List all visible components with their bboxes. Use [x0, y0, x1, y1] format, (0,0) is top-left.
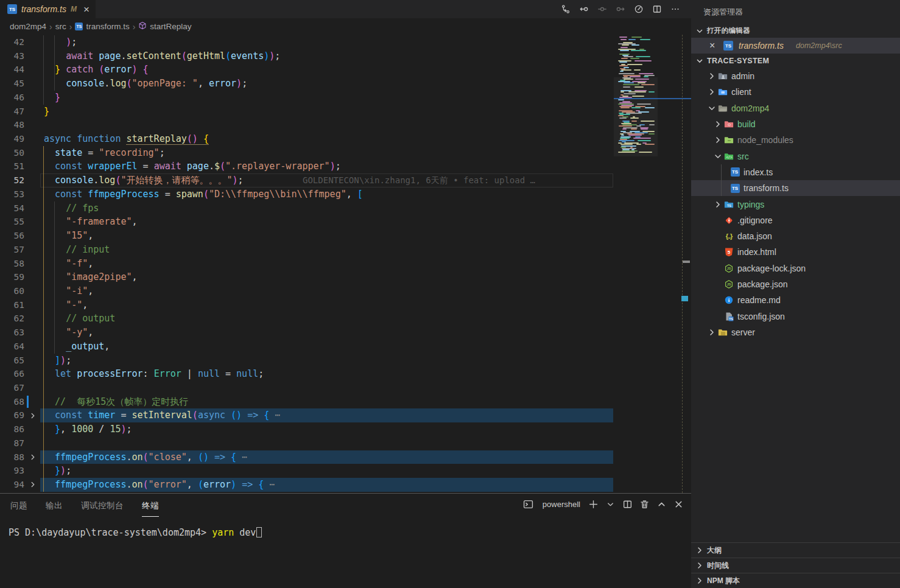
tree-item-build[interactable]: build [691, 116, 900, 132]
code-line-58[interactable]: 58 "-f", [0, 257, 691, 271]
previous-change-icon[interactable] [579, 4, 589, 14]
breadcrumb-item-transform-ts[interactable]: TStransform.ts [75, 22, 129, 31]
terminal[interactable]: PS D:\daydayup\trace-system\dom2mp4> yar… [0, 511, 691, 538]
code-line-67[interactable]: 67 [0, 381, 691, 395]
indent-guide [43, 436, 44, 450]
code-line-50[interactable]: 50 state = "recording"; [0, 146, 691, 160]
sidebar-section-NPM-脚本[interactable]: NPM 脚本 [691, 573, 900, 588]
code-editor[interactable]: 42 );43 await page.setContent(getHtml(ev… [0, 35, 691, 493]
tab-close-icon[interactable]: × [83, 4, 90, 15]
code-line-51[interactable]: 51 const wrapperEl = await page.$(".repl… [0, 159, 691, 173]
terminal-picker-icon[interactable] [605, 499, 616, 509]
tree-item-src[interactable]: </>src [691, 148, 900, 164]
line-number: 88 [0, 450, 24, 464]
tree-item-label: package.json [737, 279, 788, 289]
breadcrumb-item-src[interactable]: src [55, 22, 66, 31]
tree-item-index-html[interactable]: 5index.html [691, 244, 900, 260]
tree-item-package-json[interactable]: JSpackage.json [691, 276, 900, 292]
more-actions-icon[interactable] [670, 4, 680, 14]
panel-tab-调试控制台[interactable]: 调试控制台 [81, 500, 124, 511]
code-line-53[interactable]: 53 const ffmpegProcess = spawn("D:\\ffmp… [0, 187, 691, 201]
code-line-56[interactable]: 56 "15", [0, 229, 691, 243]
terminal-prompt: PS D:\daydayup\trace-system\dom2mp4> [9, 527, 212, 538]
file-tree: adminclientdom2mp4buildnode_modules</>sr… [691, 68, 900, 340]
sidebar-section-大纲[interactable]: 大纲 [691, 542, 900, 558]
code-line-60[interactable]: 60 "-i", [0, 284, 691, 298]
code-line-68[interactable]: 68 // 每秒15次（帧率）定时执行 [0, 395, 691, 409]
terminal-shell-icon[interactable] [523, 499, 533, 509]
code-line-88[interactable]: 88 ffmpegProcess.on("close", () => { ⋯ [0, 450, 691, 464]
code-line-64[interactable]: 64 _output, [0, 340, 691, 354]
code-line-59[interactable]: 59 "image2pipe", [0, 270, 691, 284]
tree-item-admin[interactable]: admin [691, 68, 900, 84]
code-line-48[interactable]: 48 [0, 118, 691, 132]
tree-item-dom2mp4[interactable]: dom2mp4 [691, 100, 900, 116]
tree-item-index-ts[interactable]: TSindex.ts [691, 164, 900, 180]
sidebar-section-时间线[interactable]: 时间线 [691, 558, 900, 573]
minimap[interactable] [617, 35, 656, 155]
code-line-49[interactable]: 49async function startReplay() { [0, 132, 691, 146]
project-section-header[interactable]: TRACE-SYSTEM [691, 54, 900, 68]
code-line-87[interactable]: 87 [0, 436, 691, 450]
panel-tab-问题[interactable]: 问题 [10, 500, 27, 511]
code-line-46[interactable]: 46 } [0, 91, 691, 105]
close-panel-icon[interactable] [673, 499, 684, 509]
tree-item-server[interactable]: server [691, 324, 900, 340]
line-number: 56 [0, 229, 24, 243]
code-line-45[interactable]: 45 console.log("openPage: ", error); [0, 77, 691, 91]
file-info-icon: i [724, 295, 734, 305]
editor-tab-transform-ts[interactable]: TS transform.ts M × [0, 0, 96, 18]
new-terminal-icon[interactable] [588, 499, 599, 509]
chevron-down-icon [707, 103, 717, 113]
code-line-43[interactable]: 43 await page.setContent(getHtml(events)… [0, 49, 691, 63]
code-line-93[interactable]: 93 }); [0, 464, 691, 478]
chevron-right-icon [695, 545, 705, 555]
tree-item-typings[interactable]: TStypings [691, 196, 900, 212]
fold-chevron-icon[interactable] [29, 408, 40, 422]
code-line-47[interactable]: 47} [0, 105, 691, 119]
code-text: } catch (error) { [44, 63, 149, 77]
split-terminal-icon[interactable] [622, 499, 633, 509]
history-icon[interactable] [634, 4, 644, 14]
panel-tab-终端[interactable]: 终端 [142, 500, 159, 511]
split-editor-icon[interactable] [652, 4, 662, 14]
fold-chevron-icon[interactable] [29, 450, 40, 464]
code-line-61[interactable]: 61 "-", [0, 298, 691, 312]
code-line-69[interactable]: 69 const timer = setInterval(async () =>… [0, 408, 691, 422]
tree-item--gitignore[interactable]: .gitignore [691, 212, 900, 228]
code-line-66[interactable]: 66 let processError: Error | null = null… [0, 367, 691, 381]
fold-chevron-icon[interactable] [29, 478, 40, 492]
maximize-panel-icon[interactable] [656, 499, 667, 509]
breadcrumb-item-dom2mp4[interactable]: dom2mp4 [10, 22, 46, 31]
tree-item-client[interactable]: client [691, 84, 900, 100]
code-line-94[interactable]: 94 ffmpegProcess.on("error", (error) => … [0, 478, 691, 492]
tree-item-node-modules[interactable]: node_modules [691, 132, 900, 148]
overview-ruler-mark [681, 296, 688, 301]
close-icon[interactable]: × [709, 40, 715, 51]
code-text: ffmpegProcess.on("error", (error) => { ⋯ [44, 478, 275, 492]
breadcrumb-item-startreplay[interactable]: startReplay [138, 21, 191, 32]
code-line-57[interactable]: 57 // input [0, 243, 691, 257]
code-line-42[interactable]: 42 ); [0, 35, 691, 49]
code-line-55[interactable]: 55 "-framerate", [0, 215, 691, 229]
chevron-right-icon [707, 327, 717, 337]
code-line-63[interactable]: 63 "-y", [0, 326, 691, 340]
code-line-62[interactable]: 62 // output [0, 312, 691, 326]
tree-item-package-lock-json[interactable]: JSpackage-lock.json [691, 261, 900, 276]
tree-item-transform-ts[interactable]: TStransform.ts [691, 180, 900, 196]
code-line-86[interactable]: 86 }, 1000 / 15); [0, 422, 691, 436]
tree-item-readme-md[interactable]: ireadme.md [691, 292, 900, 308]
open-editor-item-transform-ts[interactable]: × TS transform.ts dom2mp4\src [691, 38, 900, 54]
code-line-52[interactable]: 52 console.log("开始转换，请稍等。。。");GOLDENTECO… [0, 173, 691, 187]
kill-terminal-icon[interactable] [639, 499, 650, 509]
code-line-44[interactable]: 44 } catch (error) { [0, 63, 691, 77]
open-editors-section-header[interactable]: 打开的编辑器 [691, 24, 900, 38]
code-line-54[interactable]: 54 // fps [0, 201, 691, 215]
shell-label[interactable]: powershell [543, 500, 580, 509]
panel-tab-输出[interactable]: 输出 [46, 500, 63, 511]
git-compare-icon[interactable] [561, 4, 571, 14]
code-line-65[interactable]: 65 ]); [0, 354, 691, 368]
folder-admin-icon [718, 71, 728, 81]
tree-item-tsconfig-json[interactable]: TStsconfig.json [691, 308, 900, 324]
tree-item-data-json[interactable]: {..}data.json [691, 228, 900, 244]
